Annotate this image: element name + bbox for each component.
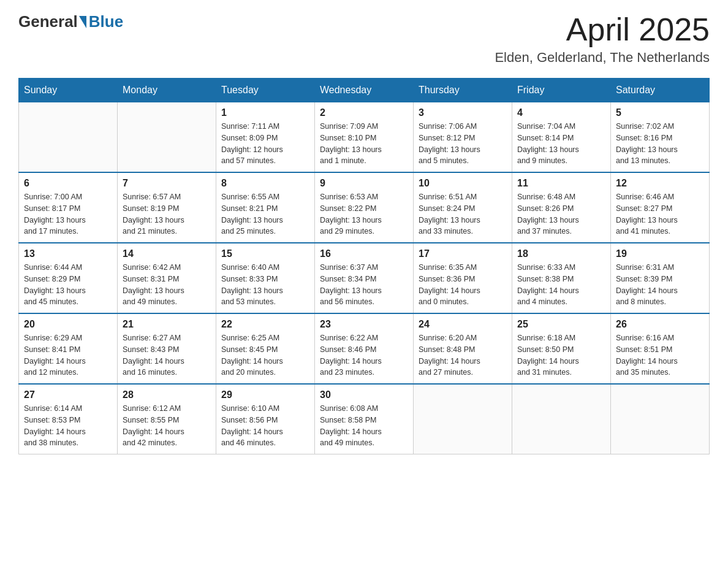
calendar-cell: 9Sunrise: 6:53 AM Sunset: 8:22 PM Daylig… xyxy=(315,172,414,243)
calendar-cell xyxy=(512,384,611,454)
calendar-cell: 5Sunrise: 7:02 AM Sunset: 8:16 PM Daylig… xyxy=(611,102,710,173)
calendar-cell: 11Sunrise: 6:48 AM Sunset: 8:26 PM Dayli… xyxy=(512,172,611,243)
day-number: 26 xyxy=(616,319,704,330)
logo-blue-text: Blue xyxy=(89,12,123,31)
day-number: 9 xyxy=(320,178,408,189)
page-title: April 2025 xyxy=(495,12,710,47)
day-info: Sunrise: 6:33 AM Sunset: 8:38 PM Dayligh… xyxy=(517,262,605,308)
day-info: Sunrise: 6:57 AM Sunset: 8:19 PM Dayligh… xyxy=(123,191,211,237)
weekday-header-monday: Monday xyxy=(118,79,216,102)
day-info: Sunrise: 6:16 AM Sunset: 8:51 PM Dayligh… xyxy=(616,332,704,378)
day-info: Sunrise: 6:20 AM Sunset: 8:48 PM Dayligh… xyxy=(419,332,507,378)
calendar-cell xyxy=(414,384,512,454)
day-number: 24 xyxy=(419,319,507,330)
day-number: 20 xyxy=(24,319,112,330)
day-info: Sunrise: 6:53 AM Sunset: 8:22 PM Dayligh… xyxy=(320,191,408,237)
calendar-cell: 16Sunrise: 6:37 AM Sunset: 8:34 PM Dayli… xyxy=(315,243,414,313)
day-info: Sunrise: 7:06 AM Sunset: 8:12 PM Dayligh… xyxy=(419,121,507,167)
day-info: Sunrise: 6:51 AM Sunset: 8:24 PM Dayligh… xyxy=(419,191,507,237)
day-number: 25 xyxy=(517,319,605,330)
day-number: 8 xyxy=(221,178,309,189)
calendar-cell xyxy=(118,102,216,173)
calendar-week-row: 1Sunrise: 7:11 AM Sunset: 8:09 PM Daylig… xyxy=(19,102,710,173)
day-info: Sunrise: 6:31 AM Sunset: 8:39 PM Dayligh… xyxy=(616,262,704,308)
day-info: Sunrise: 6:35 AM Sunset: 8:36 PM Dayligh… xyxy=(419,262,507,308)
calendar-cell: 17Sunrise: 6:35 AM Sunset: 8:36 PM Dayli… xyxy=(414,243,512,313)
calendar-cell xyxy=(19,102,118,173)
calendar-cell: 6Sunrise: 7:00 AM Sunset: 8:17 PM Daylig… xyxy=(19,172,118,243)
calendar-cell: 19Sunrise: 6:31 AM Sunset: 8:39 PM Dayli… xyxy=(611,243,710,313)
calendar-cell: 29Sunrise: 6:10 AM Sunset: 8:56 PM Dayli… xyxy=(216,384,315,454)
day-info: Sunrise: 7:11 AM Sunset: 8:09 PM Dayligh… xyxy=(221,121,309,167)
day-number: 17 xyxy=(419,248,507,259)
day-info: Sunrise: 6:12 AM Sunset: 8:55 PM Dayligh… xyxy=(123,403,211,449)
logo: General Blue xyxy=(18,12,123,31)
calendar-cell: 23Sunrise: 6:22 AM Sunset: 8:46 PM Dayli… xyxy=(315,313,414,384)
day-info: Sunrise: 6:10 AM Sunset: 8:56 PM Dayligh… xyxy=(221,403,309,449)
calendar-cell: 25Sunrise: 6:18 AM Sunset: 8:50 PM Dayli… xyxy=(512,313,611,384)
calendar-header-row: SundayMondayTuesdayWednesdayThursdayFrid… xyxy=(19,79,710,102)
day-info: Sunrise: 7:04 AM Sunset: 8:14 PM Dayligh… xyxy=(517,121,605,167)
day-number: 5 xyxy=(616,107,704,118)
calendar-cell: 8Sunrise: 6:55 AM Sunset: 8:21 PM Daylig… xyxy=(216,172,315,243)
calendar-cell xyxy=(611,384,710,454)
calendar-cell: 3Sunrise: 7:06 AM Sunset: 8:12 PM Daylig… xyxy=(414,102,512,173)
day-number: 28 xyxy=(123,389,211,400)
day-number: 10 xyxy=(419,178,507,189)
day-number: 14 xyxy=(123,248,211,259)
location-subtitle: Elden, Gelderland, The Netherlands xyxy=(495,50,710,66)
calendar-cell: 30Sunrise: 6:08 AM Sunset: 8:58 PM Dayli… xyxy=(315,384,414,454)
calendar-cell: 7Sunrise: 6:57 AM Sunset: 8:19 PM Daylig… xyxy=(118,172,216,243)
weekday-header-wednesday: Wednesday xyxy=(315,79,414,102)
calendar-week-row: 20Sunrise: 6:29 AM Sunset: 8:41 PM Dayli… xyxy=(19,313,710,384)
day-number: 6 xyxy=(24,178,112,189)
day-info: Sunrise: 6:40 AM Sunset: 8:33 PM Dayligh… xyxy=(221,262,309,308)
calendar-cell: 24Sunrise: 6:20 AM Sunset: 8:48 PM Dayli… xyxy=(414,313,512,384)
day-number: 13 xyxy=(24,248,112,259)
logo-arrow-icon xyxy=(79,16,86,28)
day-info: Sunrise: 6:44 AM Sunset: 8:29 PM Dayligh… xyxy=(24,262,112,308)
calendar-cell: 15Sunrise: 6:40 AM Sunset: 8:33 PM Dayli… xyxy=(216,243,315,313)
calendar-cell: 21Sunrise: 6:27 AM Sunset: 8:43 PM Dayli… xyxy=(118,313,216,384)
day-info: Sunrise: 6:18 AM Sunset: 8:50 PM Dayligh… xyxy=(517,332,605,378)
calendar-week-row: 27Sunrise: 6:14 AM Sunset: 8:53 PM Dayli… xyxy=(19,384,710,454)
calendar-cell: 14Sunrise: 6:42 AM Sunset: 8:31 PM Dayli… xyxy=(118,243,216,313)
day-number: 12 xyxy=(616,178,704,189)
calendar-cell: 1Sunrise: 7:11 AM Sunset: 8:09 PM Daylig… xyxy=(216,102,315,173)
day-number: 16 xyxy=(320,248,408,259)
weekday-header-tuesday: Tuesday xyxy=(216,79,315,102)
day-number: 19 xyxy=(616,248,704,259)
calendar-cell: 10Sunrise: 6:51 AM Sunset: 8:24 PM Dayli… xyxy=(414,172,512,243)
day-info: Sunrise: 7:00 AM Sunset: 8:17 PM Dayligh… xyxy=(24,191,112,237)
day-number: 1 xyxy=(221,107,309,118)
calendar-cell: 2Sunrise: 7:09 AM Sunset: 8:10 PM Daylig… xyxy=(315,102,414,173)
day-number: 22 xyxy=(221,319,309,330)
day-info: Sunrise: 6:08 AM Sunset: 8:58 PM Dayligh… xyxy=(320,403,408,449)
calendar-cell: 12Sunrise: 6:46 AM Sunset: 8:27 PM Dayli… xyxy=(611,172,710,243)
day-number: 18 xyxy=(517,248,605,259)
weekday-header-saturday: Saturday xyxy=(611,79,710,102)
day-number: 11 xyxy=(517,178,605,189)
day-number: 29 xyxy=(221,389,309,400)
day-number: 27 xyxy=(24,389,112,400)
day-info: Sunrise: 6:55 AM Sunset: 8:21 PM Dayligh… xyxy=(221,191,309,237)
day-number: 30 xyxy=(320,389,408,400)
calendar-week-row: 6Sunrise: 7:00 AM Sunset: 8:17 PM Daylig… xyxy=(19,172,710,243)
day-info: Sunrise: 7:02 AM Sunset: 8:16 PM Dayligh… xyxy=(616,121,704,167)
title-section: April 2025 Elden, Gelderland, The Nether… xyxy=(495,12,710,66)
day-info: Sunrise: 6:46 AM Sunset: 8:27 PM Dayligh… xyxy=(616,191,704,237)
calendar-week-row: 13Sunrise: 6:44 AM Sunset: 8:29 PM Dayli… xyxy=(19,243,710,313)
calendar-cell: 22Sunrise: 6:25 AM Sunset: 8:45 PM Dayli… xyxy=(216,313,315,384)
day-info: Sunrise: 6:14 AM Sunset: 8:53 PM Dayligh… xyxy=(24,403,112,449)
weekday-header-sunday: Sunday xyxy=(19,79,118,102)
day-info: Sunrise: 6:48 AM Sunset: 8:26 PM Dayligh… xyxy=(517,191,605,237)
page-header: General Blue April 2025 Elden, Gelderlan… xyxy=(18,12,710,66)
calendar-cell: 20Sunrise: 6:29 AM Sunset: 8:41 PM Dayli… xyxy=(19,313,118,384)
day-info: Sunrise: 6:42 AM Sunset: 8:31 PM Dayligh… xyxy=(123,262,211,308)
day-info: Sunrise: 6:25 AM Sunset: 8:45 PM Dayligh… xyxy=(221,332,309,378)
day-number: 7 xyxy=(123,178,211,189)
day-number: 3 xyxy=(419,107,507,118)
calendar-cell: 4Sunrise: 7:04 AM Sunset: 8:14 PM Daylig… xyxy=(512,102,611,173)
weekday-header-friday: Friday xyxy=(512,79,611,102)
logo-general-text: General xyxy=(18,12,78,31)
